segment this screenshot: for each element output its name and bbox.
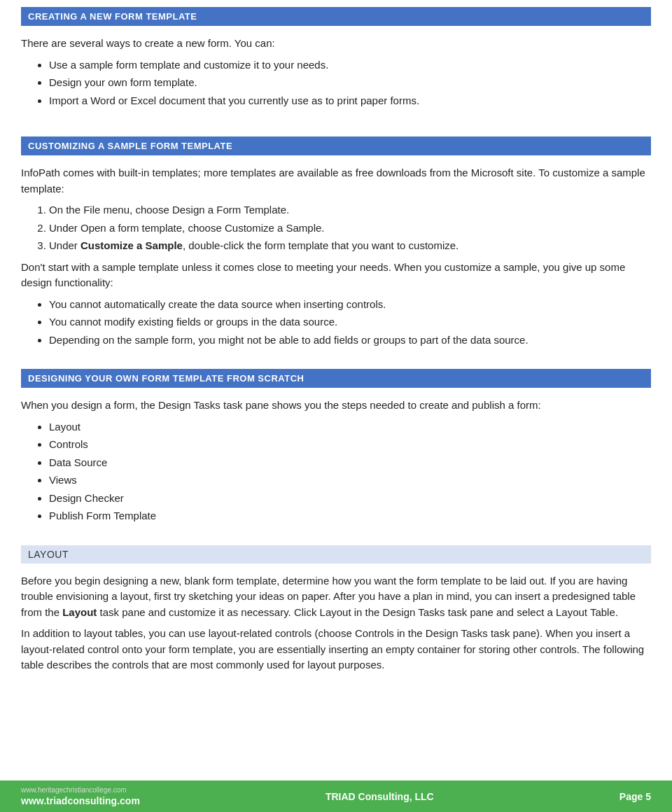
- footer-main-url: www.triadconsulting.com: [21, 795, 140, 806]
- section-layout: LAYOUT Before you begin designing a new,…: [21, 545, 651, 685]
- page-content: CREATING A NEW FORM TEMPLATE There are s…: [0, 0, 672, 780]
- section-header-layout: LAYOUT: [21, 545, 651, 564]
- creating-intro: There are several ways to create a new f…: [21, 36, 651, 52]
- list-item: You cannot automatically create the data…: [49, 297, 651, 313]
- creating-bullets: Use a sample form template and customize…: [49, 57, 651, 109]
- list-item: On the File menu, choose Design a Form T…: [49, 202, 651, 218]
- section-header-creating: CREATING A NEW FORM TEMPLATE: [21, 7, 651, 26]
- section-designing: DESIGNING YOUR OWN FORM TEMPLATE FROM SC…: [21, 369, 651, 536]
- list-item: Controls: [49, 437, 651, 453]
- list-item: Use a sample form template and customize…: [49, 57, 651, 74]
- customizing-outro: Don't start with a sample template unles…: [21, 260, 651, 291]
- list-item: Under Customize a Sample, double-click t…: [49, 238, 651, 254]
- list-item: Import a Word or Excel document that you…: [49, 93, 651, 109]
- list-item: Data Source: [49, 455, 651, 471]
- list-item: Layout: [49, 419, 651, 435]
- page-footer: www.heritagechristiancollege.com www.tri…: [0, 780, 672, 812]
- list-item: Under Open a form template, choose Custo…: [49, 220, 651, 237]
- list-item: Design your own form template.: [49, 75, 651, 91]
- footer-page: Page 5: [620, 791, 651, 802]
- footer-company: TRIAD Consulting, LLC: [326, 791, 434, 802]
- section-body-layout: Before you begin designing a new, blank …: [21, 570, 651, 685]
- footer-url-small: www.heritagechristiancollege.com: [21, 786, 140, 794]
- section-body-designing: When you design a form, the Design Tasks…: [21, 395, 651, 536]
- section-body-customizing: InfoPath comes with built-in templates; …: [21, 162, 651, 359]
- layout-para-1: Before you begin designing a new, blank …: [21, 573, 651, 621]
- section-header-customizing: CUSTOMIZING A SAMPLE FORM TEMPLATE: [21, 136, 651, 155]
- list-item: You cannot modify existing fields or gro…: [49, 314, 651, 330]
- layout-para-2: In addition to layout tables, you can us…: [21, 626, 651, 673]
- section-creating: CREATING A NEW FORM TEMPLATE There are s…: [21, 7, 651, 120]
- list-item: Views: [49, 472, 651, 489]
- list-item: Publish Form Template: [49, 508, 651, 524]
- customizing-numbered: On the File menu, choose Design a Form T…: [49, 202, 651, 254]
- list-item: Design Checker: [49, 491, 651, 507]
- designing-intro: When you design a form, the Design Tasks…: [21, 398, 651, 414]
- section-body-creating: There are several ways to create a new f…: [21, 33, 651, 120]
- section-customizing: CUSTOMIZING A SAMPLE FORM TEMPLATE InfoP…: [21, 136, 651, 359]
- footer-left: www.heritagechristiancollege.com www.tri…: [21, 786, 140, 806]
- designing-bullets: Layout Controls Data Source Views Design…: [49, 419, 651, 524]
- list-item: Depending on the sample form, you might …: [49, 332, 651, 349]
- customizing-outro-bullets: You cannot automatically create the data…: [49, 297, 651, 349]
- customizing-intro: InfoPath comes with built-in templates; …: [21, 165, 651, 197]
- section-header-designing: DESIGNING YOUR OWN FORM TEMPLATE FROM SC…: [21, 369, 651, 388]
